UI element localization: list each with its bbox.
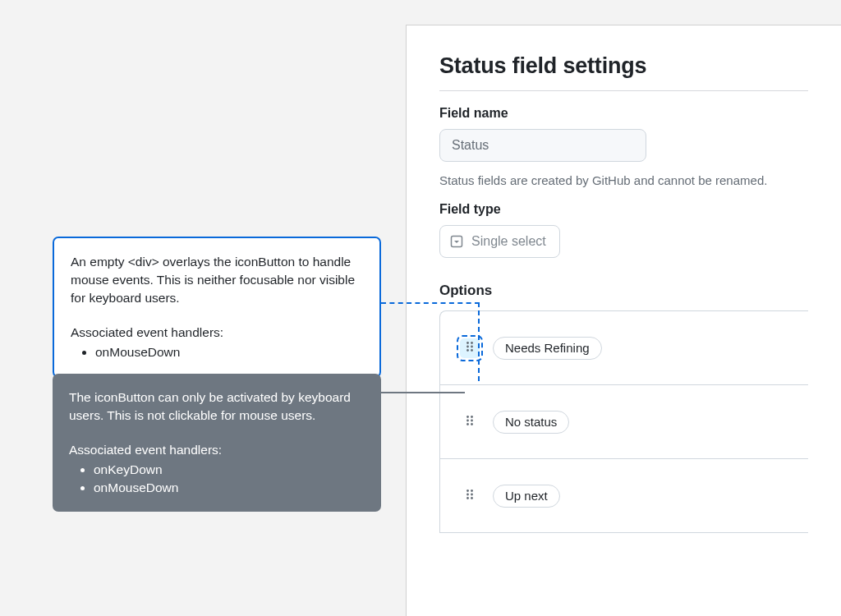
field-name-input[interactable] bbox=[439, 129, 646, 162]
option-row: Up next bbox=[440, 459, 808, 533]
svg-point-12 bbox=[471, 423, 473, 425]
callout-iconbutton: The iconButton can only be activated by … bbox=[53, 374, 381, 512]
svg-point-6 bbox=[471, 349, 473, 352]
callout-handlers-list: onKeyDown onMouseDown bbox=[69, 461, 365, 497]
options-list: Needs Refining No status bbox=[439, 310, 808, 533]
field-type-value: Single select bbox=[471, 234, 546, 249]
svg-point-15 bbox=[466, 493, 469, 495]
svg-point-11 bbox=[466, 423, 469, 425]
option-pill[interactable]: Up next bbox=[493, 485, 560, 508]
svg-point-2 bbox=[471, 342, 473, 344]
option-label: Needs Refining bbox=[505, 341, 590, 355]
svg-point-7 bbox=[466, 416, 469, 418]
option-row: No status bbox=[440, 385, 808, 459]
drag-handle[interactable] bbox=[460, 486, 480, 506]
field-name-label: Field name bbox=[439, 106, 808, 121]
option-pill[interactable]: Needs Refining bbox=[493, 337, 602, 360]
options-label: Options bbox=[439, 283, 808, 299]
grip-icon bbox=[466, 415, 474, 430]
single-select-icon bbox=[450, 235, 463, 248]
option-label: Up next bbox=[505, 489, 548, 503]
grip-icon bbox=[466, 341, 474, 356]
callout-handlers-list: onMouseDown bbox=[71, 343, 363, 361]
svg-point-9 bbox=[466, 419, 469, 421]
callout-body: The iconButton can only be activated by … bbox=[69, 388, 365, 425]
svg-point-4 bbox=[471, 345, 473, 347]
field-type-label: Field type bbox=[439, 202, 808, 217]
svg-point-17 bbox=[466, 497, 469, 499]
field-type-block: Field type Single select bbox=[439, 202, 808, 258]
option-row: Needs Refining bbox=[440, 311, 808, 385]
handler-item: onKeyDown bbox=[94, 461, 365, 479]
drag-handle[interactable] bbox=[460, 338, 480, 358]
svg-point-5 bbox=[466, 349, 469, 352]
svg-point-13 bbox=[466, 490, 469, 492]
handler-item: onMouseDown bbox=[95, 343, 363, 361]
drag-handle[interactable] bbox=[460, 412, 480, 432]
callout-handlers-label: Associated event handlers: bbox=[71, 324, 363, 342]
field-type-select[interactable]: Single select bbox=[439, 225, 560, 258]
svg-point-18 bbox=[471, 497, 473, 499]
svg-point-1 bbox=[466, 342, 469, 344]
handler-item: onMouseDown bbox=[94, 479, 365, 497]
svg-point-3 bbox=[466, 345, 469, 347]
settings-panel: Status field settings Field name Status … bbox=[406, 25, 841, 616]
svg-point-10 bbox=[471, 419, 473, 421]
divider bbox=[439, 90, 808, 91]
grip-icon bbox=[466, 489, 474, 503]
panel-title: Status field settings bbox=[439, 53, 808, 79]
callout-overlay-div: An empty <div> overlays the iconButton t… bbox=[53, 237, 381, 378]
field-name-block: Field name Status fields are created by … bbox=[439, 106, 808, 187]
svg-point-14 bbox=[471, 490, 473, 492]
svg-point-16 bbox=[471, 493, 473, 495]
option-label: No status bbox=[505, 415, 557, 429]
field-name-helper: Status fields are created by GitHub and … bbox=[439, 173, 808, 187]
option-pill[interactable]: No status bbox=[493, 411, 569, 434]
callout-body: An empty <div> overlays the iconButton t… bbox=[71, 253, 363, 307]
svg-point-8 bbox=[471, 416, 473, 418]
callout-handlers-label: Associated event handlers: bbox=[69, 441, 365, 459]
